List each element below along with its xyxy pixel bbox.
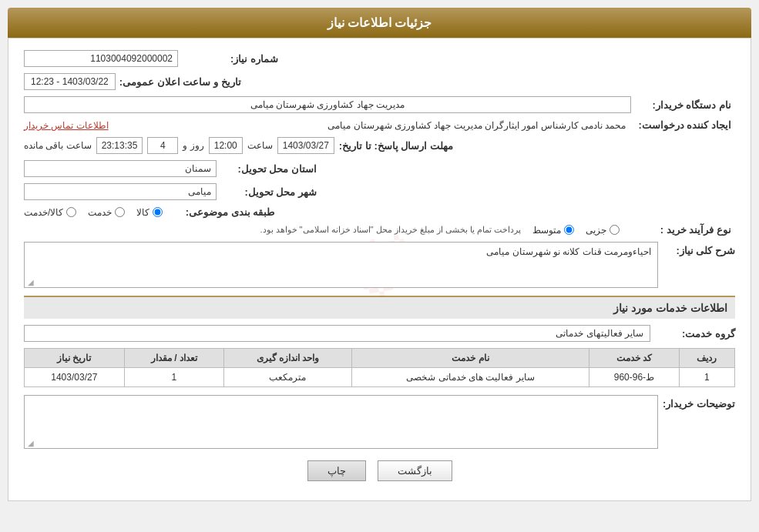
description-label: شرح کلی نیاز: — [658, 242, 735, 256]
category-khedmat-item[interactable]: خدمت — [88, 207, 125, 218]
buyer-name-label: نام دستگاه خریدار: — [639, 99, 731, 111]
category-kala-label: کالا — [136, 207, 149, 218]
cell-row-num: 1 — [679, 368, 734, 387]
resize-handle-icon[interactable]: ◢ — [26, 278, 34, 286]
deadline-days-label: روز و — [183, 140, 203, 151]
deadline-remaining: 23:13:35 — [96, 137, 143, 154]
city-value: میامی — [24, 183, 217, 200]
cell-service-code: ط-96-960 — [589, 368, 680, 387]
buyer-desc-label: توضیحات خریدار: — [658, 395, 735, 410]
deadline-time: 12:00 — [209, 137, 243, 154]
need-number-row: شماره نیاز: 1103004092000002 — [24, 50, 735, 67]
resize-handle-buyer-icon[interactable]: ◢ — [26, 439, 34, 447]
col-header-date: تاریخ نیاز — [25, 349, 125, 368]
deadline-label: مهلت ارسال پاسخ: تا تاریخ: — [339, 140, 453, 152]
category-kala-khedmat-item[interactable]: کالا/خدمت — [24, 207, 76, 218]
deadline-days: 4 — [147, 137, 178, 154]
announce-date-label: تاریخ و ساعت اعلان عمومی: — [119, 76, 241, 88]
buyer-desc-row: توضیحات خریدار: ◢ — [24, 395, 735, 449]
creator-row: ایجاد کننده درخواست: محمد نادمی کارشناس … — [24, 119, 735, 131]
category-khedmat-radio[interactable] — [115, 207, 125, 217]
buyer-desc-box: ◢ — [24, 395, 658, 449]
deadline-row: مهلت ارسال پاسخ: تا تاریخ: 1403/03/27 سا… — [24, 137, 735, 154]
description-row: شرح کلی نیاز: احیاءومرمت قنات کلانه نو ش… — [24, 242, 735, 288]
category-label: طبقه بندی موضوعی: — [182, 206, 274, 218]
cell-date: 1403/03/27 — [25, 368, 125, 387]
purchase-type-row: نوع فرآیند خرید : جزیی متوسط پرداخت تمام… — [24, 224, 735, 236]
contact-link[interactable]: اطلاعات تماس خریدار — [24, 120, 109, 131]
table-header-row: ردیف کد خدمت نام خدمت واحد اندازه گیری ت… — [25, 349, 735, 368]
buyer-name-value: مدیریت جهاد کشاورزی شهرستان میامی — [24, 96, 631, 113]
creator-name: محمد نادمی کارشناس امور ایثارگران مدیریت… — [121, 120, 626, 131]
cell-unit: مترمکعب — [224, 368, 352, 387]
announce-date-row: تاریخ و ساعت اعلان عمومی: 1403/03/22 - 1… — [24, 73, 735, 90]
city-row: شهر محل تحویل: میامی — [24, 183, 735, 200]
col-header-service-name: نام خدمت — [351, 349, 589, 368]
table-row: 1 ط-96-960 سایر فعالیت های خدماتی شخصی م… — [25, 368, 735, 387]
province-label: استان محل تحویل: — [224, 163, 317, 175]
buttons-row: بازگشت چاپ — [24, 460, 735, 481]
purchase-jozi-item[interactable]: جزیی — [586, 225, 620, 236]
province-value: سمنان — [24, 160, 217, 177]
purchase-type-label: نوع فرآیند خرید : — [639, 224, 731, 236]
col-header-service-code: کد خدمت — [589, 349, 680, 368]
province-row: استان محل تحویل: سمنان — [24, 160, 735, 177]
purchase-motavaset-label: متوسط — [532, 225, 561, 236]
creator-label: ایجاد کننده درخواست: — [638, 119, 731, 131]
category-row: طبقه بندی موضوعی: کالا خدمت کالا/خدمت — [24, 206, 735, 218]
deadline-time-label: ساعت — [247, 140, 273, 151]
need-number-label: شماره نیاز: — [186, 53, 278, 65]
category-khedmat-label: خدمت — [88, 207, 112, 218]
category-kala-khedmat-label: کالا/خدمت — [24, 207, 63, 218]
purchase-jozi-label: جزیی — [586, 225, 606, 236]
items-table: ردیف کد خدمت نام خدمت واحد اندازه گیری ت… — [24, 348, 735, 387]
page-title: جزئیات اطلاعات نیاز — [327, 16, 432, 29]
buyer-name-row: نام دستگاه خریدار: مدیریت جهاد کشاورزی ش… — [24, 96, 735, 113]
purchase-jozi-radio[interactable] — [610, 225, 620, 235]
col-header-quantity: تعداد / مقدار — [124, 349, 223, 368]
description-box: احیاءومرمت قنات کلانه نو شهرستان میامی ◢ — [24, 242, 658, 288]
category-kala-radio[interactable] — [153, 207, 163, 217]
service-group-value: سایر فعالیتهای خدماتی — [24, 325, 650, 342]
print-button[interactable]: چاپ — [307, 460, 366, 481]
description-text: احیاءومرمت قنات کلانه نو شهرستان میامی — [486, 246, 651, 257]
col-header-row-num: ردیف — [679, 349, 734, 368]
deadline-remaining-label: ساعت باقی مانده — [24, 140, 92, 151]
cell-service-name: سایر فعالیت های خدماتی شخصی — [351, 368, 589, 387]
page-header: جزئیات اطلاعات نیاز — [8, 8, 751, 38]
purchase-type-note: پرداخت تمام یا بخشی از مبلغ خریداز محل "… — [24, 225, 521, 235]
service-info-title: اطلاعات خدمات مورد نیاز — [24, 296, 735, 319]
city-label: شهر محل تحویل: — [224, 186, 317, 198]
category-kala-khedmat-radio[interactable] — [66, 207, 76, 217]
purchase-motavaset-item[interactable]: متوسط — [532, 225, 574, 236]
announce-date-value: 1403/03/22 - 12:23 — [24, 73, 116, 90]
back-button[interactable]: بازگشت — [378, 460, 452, 481]
cell-quantity: 1 — [124, 368, 223, 387]
service-group-row: گروه خدمت: سایر فعالیتهای خدماتی — [24, 325, 735, 342]
col-header-unit: واحد اندازه گیری — [224, 349, 352, 368]
need-number-value: 1103004092000002 — [24, 50, 178, 67]
service-group-label: گروه خدمت: — [658, 328, 735, 340]
purchase-motavaset-radio[interactable] — [564, 225, 574, 235]
deadline-date: 1403/03/27 — [277, 137, 334, 154]
category-kala-item[interactable]: کالا — [136, 207, 163, 218]
